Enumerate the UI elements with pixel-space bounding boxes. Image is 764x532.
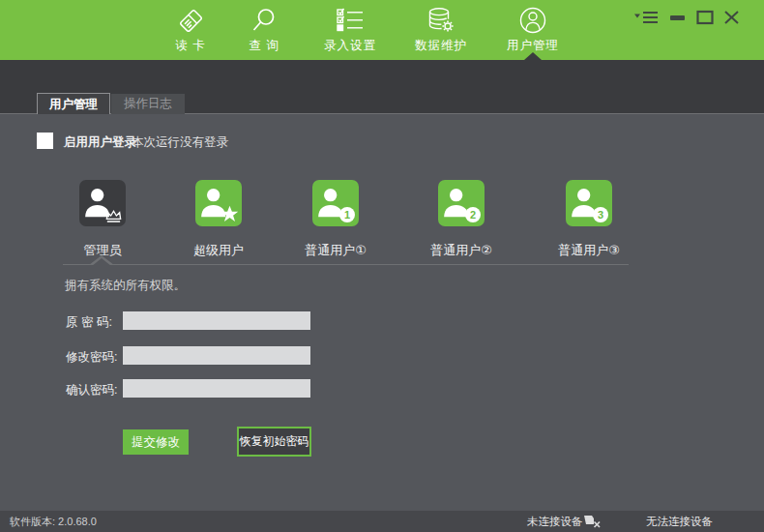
maximize-button[interactable]	[696, 10, 714, 25]
crown-icon	[104, 209, 123, 223]
window-menu-button[interactable]	[634, 10, 660, 25]
connection-status-text: 未连接设备	[527, 515, 583, 529]
nav-label-read-card: 读 卡	[162, 38, 220, 54]
minimize-button[interactable]	[669, 10, 686, 25]
restore-default-password-button[interactable]: 恢复初始密码	[237, 427, 311, 457]
tab-operation-log[interactable]: 操作日志	[111, 94, 185, 114]
nav-item-search[interactable]: 查 询	[235, 6, 293, 54]
nav-label-data-maintenance: 数据维护	[402, 38, 480, 54]
user-management-icon	[518, 6, 547, 35]
user-tile-super[interactable]	[195, 180, 242, 226]
nav-item-data-maintenance[interactable]: 数据维护	[402, 6, 480, 54]
user-tile-normal-2[interactable]: 2	[438, 180, 485, 226]
nav-item-read-card[interactable]: 读 卡	[162, 6, 220, 54]
user-tile-label-normal-2[interactable]: 普通用户②	[408, 242, 514, 259]
enable-login-checkbox[interactable]	[37, 133, 53, 149]
star-icon	[220, 205, 239, 223]
nav-label-entry-settings: 录入设置	[311, 38, 389, 54]
user-tile-label-super[interactable]: 超级用户	[165, 242, 272, 259]
number-1-badge: 1	[339, 207, 355, 222]
active-nav-caret	[524, 52, 542, 60]
login-status-note: 本次运行没有登录	[132, 134, 228, 151]
data-maintenance-icon	[426, 6, 455, 35]
device-disconnected-icon	[581, 514, 602, 529]
read-card-icon	[176, 6, 205, 35]
confirm-password-label: 确认密码:	[66, 382, 122, 399]
search-icon	[250, 6, 279, 35]
user-tile-normal-1[interactable]: 1	[312, 180, 359, 226]
entry-settings-icon	[336, 6, 365, 35]
user-permission-description: 拥有系统的所有权限。	[65, 278, 186, 294]
confirm-password-field[interactable]	[123, 379, 310, 398]
user-tile-normal-3[interactable]: 3	[566, 180, 612, 226]
new-password-label: 修改密码:	[66, 349, 122, 366]
nav-item-user-management[interactable]: 用户管理	[494, 6, 572, 54]
user-tile-label-normal-3[interactable]: 普通用户③	[536, 242, 642, 259]
old-password-field[interactable]	[123, 311, 310, 330]
enable-login-label: 启用用户登录	[64, 134, 136, 151]
number-3-badge: 3	[593, 207, 608, 222]
number-2-badge: 2	[465, 207, 481, 222]
tab-user-management[interactable]: 用户管理	[37, 93, 110, 114]
connection-error-text: 无法连接设备	[646, 515, 713, 529]
header-bar: 读 卡 查 询 录入设置	[0, 0, 764, 60]
close-button[interactable]	[723, 10, 740, 25]
tab-strip: 用户管理 操作日志	[0, 60, 764, 114]
user-tile-admin[interactable]	[79, 180, 126, 226]
status-bar: 软件版本: 2.0.68.0 未连接设备 无法连接设备	[0, 511, 764, 532]
submit-changes-button[interactable]: 提交修改	[123, 429, 189, 455]
nav-label-search: 查 询	[235, 38, 293, 54]
app-window: 读 卡 查 询 录入设置	[0, 0, 764, 532]
software-version-text: 软件版本: 2.0.68.0	[10, 515, 97, 529]
section-divider	[63, 264, 629, 265]
user-tile-label-normal-1[interactable]: 普通用户①	[282, 242, 389, 259]
new-password-field[interactable]	[123, 346, 310, 365]
old-password-label: 原 密 码:	[66, 314, 122, 331]
nav-item-entry-settings[interactable]: 录入设置	[311, 6, 389, 54]
